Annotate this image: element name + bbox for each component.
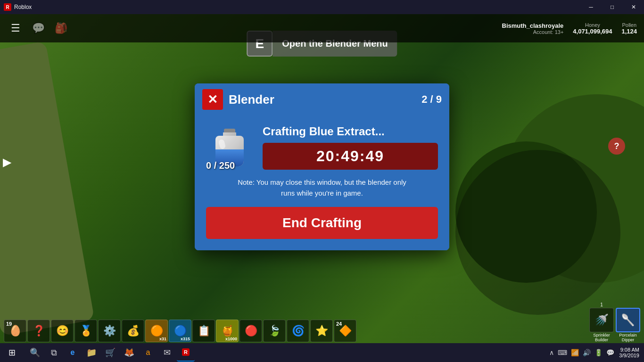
modal-body: 0 / 250 Crafting Blue Extract... 20:49:4… [195,115,449,250]
modal-overlay: ✕ Blender 2 / 9 [0,0,644,362]
taskbar-right: ∧ ⌨ 📶 🔊 🔋 💬 9:08 AM 3/9/2019 [548,347,644,358]
taskbar-amazon[interactable]: a [139,344,157,362]
modal-header: ✕ Blender 2 / 9 [195,83,449,115]
item-image-container: 0 / 250 [206,126,253,169]
taskbar-roblox[interactable]: R [177,344,195,362]
taskbar-search[interactable]: 🔍 [26,344,44,362]
windows-taskbar: ⊞ 🔍 ⧉ e 📁 🛒 🦊 a ✉ R ∧ ⌨ 📶 🔊 🔋 💬 9:08 AM … [0,343,644,362]
tray-keyboard[interactable]: ⌨ [557,348,568,357]
date-display: 3/9/2019 [619,353,639,358]
tray-expand[interactable]: ∧ [548,348,555,357]
taskbar-explorer[interactable]: 📁 [83,344,100,362]
modal-page: 2 / 9 [421,93,442,106]
timer-text: 20:49:49 [316,148,384,165]
taskbar-icons: 🔍 ⧉ e 📁 🛒 🦊 a ✉ R [24,344,548,362]
end-crafting-button[interactable]: End Crafting [206,207,438,239]
tray-volume[interactable]: 🔊 [582,348,592,357]
start-icon: ⊞ [8,347,16,358]
taskbar-clock[interactable]: 9:08 AM 3/9/2019 [619,347,639,358]
tray-network[interactable]: 📶 [570,348,580,357]
tray-battery[interactable]: 🔋 [594,348,603,357]
time-display: 9:08 AM [619,347,639,353]
start-button[interactable]: ⊞ [0,343,24,362]
note-text: Note: You may close this window, but the… [206,177,438,198]
taskbar-edge[interactable]: e [64,344,82,362]
crafting-title: Crafting Blue Extract... [263,125,438,138]
taskbar-store[interactable]: 🛒 [101,344,119,362]
taskbar-mail[interactable]: ✉ [158,344,176,362]
timer-bar: 20:49:49 [263,143,438,170]
blender-modal: ✕ Blender 2 / 9 [195,83,449,250]
system-tray-icons: ∧ ⌨ 📶 🔊 🔋 💬 [548,348,615,357]
taskbar-firefox[interactable]: 🦊 [120,344,138,362]
crafting-row: 0 / 250 Crafting Blue Extract... 20:49:4… [206,125,438,170]
bottle-shine [218,139,226,149]
tray-message[interactable]: 💬 [605,348,615,357]
modal-title: Blender [229,92,416,107]
roblox-taskbar-icon: R [182,348,190,356]
item-count: 0 / 250 [206,160,235,171]
crafting-info: Crafting Blue Extract... 20:49:49 [263,125,438,170]
taskbar-taskview[interactable]: ⧉ [45,344,63,362]
modal-close-button[interactable]: ✕ [202,89,223,110]
